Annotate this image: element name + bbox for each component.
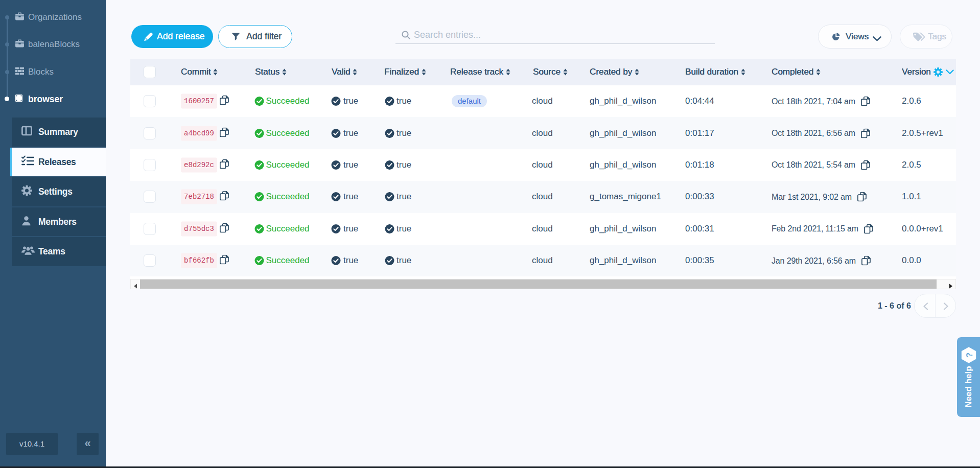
svg-text:?: ? — [964, 352, 974, 357]
